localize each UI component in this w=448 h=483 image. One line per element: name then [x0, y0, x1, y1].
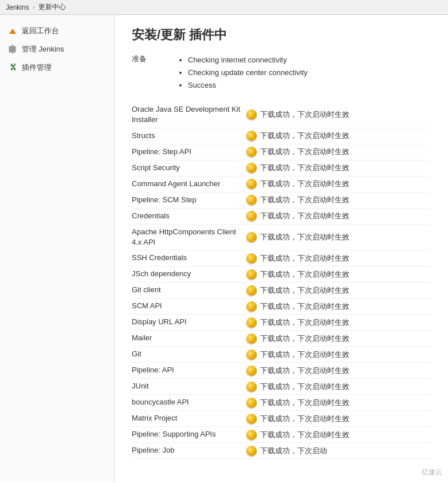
status-text: 下载成功，下次启动时生效 [260, 333, 349, 344]
status-ball-icon [246, 211, 257, 221]
breadcrumb-current: 更新中心 [38, 2, 66, 12]
status-text: 下载成功，下次启动时生效 [260, 147, 349, 157]
status-ball-icon [246, 382, 257, 392]
status-text: 下载成功，下次启动时生效 [260, 398, 349, 408]
main-layout: 返回工作台 管理 Jenkins 插件管理 安装/更新 插件中 准备 [0, 15, 448, 482]
status-ball-icon [246, 253, 257, 264]
plugin-row: Oracle Java SE Development Kit Installer… [132, 102, 431, 128]
status-ball-icon [246, 366, 257, 376]
plugin-status: 下载成功，下次启动时生效 [246, 398, 349, 408]
sidebar-item-plugins[interactable]: 插件管理 [0, 58, 114, 77]
plugin-status: 下载成功，下次启动时生效 [246, 109, 349, 120]
plugin-row: Mailer下载成功，下次启动时生效 [132, 331, 431, 347]
plugin-status: 下载成功，下次启动时生效 [246, 285, 349, 296]
plugin-row: Command Agent Launcher下载成功，下次启动时生效 [132, 176, 431, 193]
status-text: 下载成功，下次启动时生效 [260, 317, 349, 328]
status-text: 下载成功，下次启动时生效 [260, 179, 349, 189]
status-text: 下载成功，下次启动时生效 [260, 382, 349, 392]
status-text: 下载成功，下次启动时生效 [260, 131, 349, 141]
plugin-name: Pipeline: API [132, 365, 246, 375]
breadcrumb-bar: Jenkins › 更新中心 [0, 0, 448, 15]
plugin-row: Credentials下载成功，下次启动时生效 [132, 209, 431, 225]
status-text: 下载成功，下次启动时生效 [260, 163, 349, 173]
plugin-name: Pipeline: SCM Step [132, 195, 246, 205]
status-text: 下载成功，下次启动时生效 [260, 350, 349, 360]
status-text: 下载成功，下次启动时生效 [260, 430, 349, 440]
plugin-status: 下载成功，下次启动时生效 [246, 179, 349, 189]
breadcrumb-arrow: › [33, 3, 35, 11]
plugin-status: 下载成功，下次启动时生效 [246, 366, 349, 376]
prep-item-2: Checking update center connectivity [188, 66, 308, 79]
gear-icon [8, 45, 17, 54]
plugin-row: Pipeline: API下载成功，下次启动时生效 [132, 363, 431, 379]
status-ball-icon [246, 269, 257, 280]
status-ball-icon [246, 350, 257, 360]
status-ball-icon [246, 232, 257, 242]
plugin-name: Mailer [132, 333, 246, 343]
status-text: 下载成功，下次启动 [260, 446, 327, 456]
plugin-row: bouncycastle API下载成功，下次启动时生效 [132, 395, 431, 411]
status-ball-icon [246, 179, 257, 189]
plugin-status: 下载成功，下次启动时生效 [246, 317, 349, 328]
sidebar-item-back[interactable]: 返回工作台 [0, 22, 114, 40]
status-ball-icon [246, 147, 257, 157]
plugin-name: Oracle Java SE Development Kit Installer [132, 104, 246, 125]
plugin-name: bouncycastle API [132, 397, 246, 407]
plugin-status: 下载成功，下次启动时生效 [246, 382, 349, 392]
status-text: 下载成功，下次启动时生效 [260, 232, 349, 242]
prep-item-3: Success [188, 79, 308, 92]
status-ball-icon [246, 414, 257, 424]
sidebar-label-manage: 管理 Jenkins [22, 44, 64, 54]
plugin-row: SCM API下载成功，下次启动时生效 [132, 299, 431, 315]
plugin-name: Matrix Project [132, 413, 246, 423]
status-text: 下载成功，下次启动时生效 [260, 211, 349, 221]
plugin-list: Oracle Java SE Development Kit Installer… [132, 102, 431, 459]
status-ball-icon [246, 398, 257, 408]
status-text: 下载成功，下次启动时生效 [260, 195, 349, 205]
plugin-status: 下载成功，下次启动时生效 [246, 232, 349, 242]
plugin-name: Apache HttpComponents Client 4.x API [132, 227, 246, 248]
plugin-name: Script Security [132, 163, 246, 173]
status-text: 下载成功，下次启动时生效 [260, 109, 349, 120]
plugin-status: 下载成功，下次启动时生效 [246, 350, 349, 360]
plugin-name: SCM API [132, 301, 246, 311]
plugin-name: Git [132, 349, 246, 359]
prep-list: Checking internet connectivity Checking … [178, 54, 308, 92]
status-text: 下载成功，下次启动时生效 [260, 253, 349, 264]
prep-label: 准备 [132, 54, 166, 92]
status-ball-icon [246, 333, 257, 344]
plugin-status: 下载成功，下次启动时生效 [246, 211, 349, 221]
plugin-name: Display URL API [132, 317, 246, 327]
page-title: 安装/更新 插件中 [132, 26, 431, 44]
sidebar-label-back: 返回工作台 [22, 26, 59, 36]
plugin-name: Pipeline: Supporting APIs [132, 429, 246, 439]
sidebar-item-manage[interactable]: 管理 Jenkins [0, 40, 114, 58]
plugin-status: 下载成功，下次启动时生效 [246, 131, 349, 141]
plugin-row: Display URL API下载成功，下次启动时生效 [132, 315, 431, 331]
sidebar-label-plugins: 插件管理 [22, 62, 52, 73]
plugin-status: 下载成功，下次启动时生效 [246, 333, 349, 344]
breadcrumb-home[interactable]: Jenkins [6, 3, 29, 11]
plugin-row: Pipeline: Job下载成功，下次启动 [132, 443, 431, 459]
plugin-row: Script Security下载成功，下次启动时生效 [132, 160, 431, 176]
plugin-name: Structs [132, 131, 246, 141]
status-text: 下载成功，下次启动时生效 [260, 414, 349, 424]
plugin-status: 下载成功，下次启动时生效 [246, 269, 349, 280]
arrow-up-icon [8, 26, 17, 36]
sidebar: 返回工作台 管理 Jenkins 插件管理 [0, 15, 115, 482]
plugin-name: Credentials [132, 211, 246, 221]
prep-section: 准备 Checking internet connectivity Checki… [132, 54, 431, 92]
plugin-row: Pipeline: Step API下载成功，下次启动时生效 [132, 144, 431, 160]
plugin-status: 下载成功，下次启动时生效 [246, 195, 349, 205]
main-content: 安装/更新 插件中 准备 Checking internet connectiv… [115, 15, 448, 482]
status-text: 下载成功，下次启动时生效 [260, 285, 349, 296]
plugin-name: SSH Credentials [132, 253, 246, 263]
status-ball-icon [246, 195, 257, 205]
plugin-name: Pipeline: Step API [132, 147, 246, 157]
plugin-status: 下载成功，下次启动时生效 [246, 253, 349, 264]
plugin-name: Pipeline: Job [132, 445, 246, 455]
status-ball-icon [246, 285, 257, 296]
plugin-status: 下载成功，下次启动时生效 [246, 430, 349, 440]
plugin-status: 下载成功，下次启动时生效 [246, 163, 349, 173]
plugin-row: Git下载成功，下次启动时生效 [132, 347, 431, 363]
